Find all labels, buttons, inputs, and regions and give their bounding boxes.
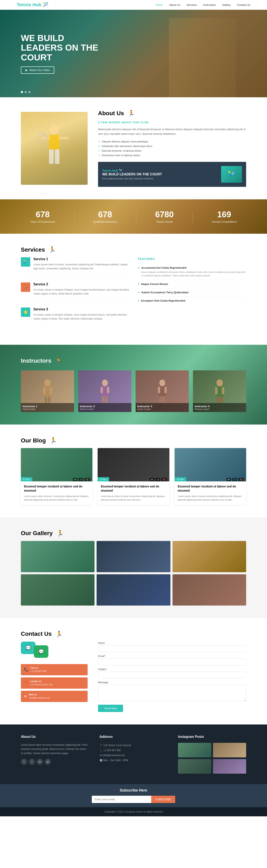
gallery-item-4[interactable] bbox=[21, 574, 95, 606]
about-subtitle: A FEW WORDS ABOUT OUR CLUB bbox=[98, 121, 246, 124]
subscribe-form: SUBSCRIBE bbox=[92, 796, 175, 803]
instructor-name-3: Instructor 3 bbox=[137, 405, 187, 408]
feature-main-4: Excepturi Sint Clobe Reprehendrit bbox=[138, 299, 246, 302]
feature-main-1: Accumesta Est Clobe Reprehendrit bbox=[138, 266, 246, 269]
nav-about[interactable]: About Us bbox=[169, 3, 180, 6]
instructors-section: Instructors 🏃 Instructor 1 Head Coach bbox=[0, 345, 267, 425]
about-list: Aliquam dictums aliquam rhoncusfeedque S… bbox=[98, 140, 246, 158]
footer-instagram-col: Instagram Posts bbox=[178, 735, 246, 774]
about-description: Malesuada dictums aliquam elit at Basmat… bbox=[98, 127, 246, 136]
insta-img-4[interactable] bbox=[213, 759, 246, 774]
instructor-role-1: Head Coach bbox=[23, 408, 72, 410]
insta-img-2[interactable] bbox=[213, 743, 246, 757]
message-input[interactable] bbox=[98, 685, 246, 701]
gallery-item-2[interactable] bbox=[97, 541, 170, 572]
list-item: Sollicitudin bilio elementum ullamcorper… bbox=[98, 144, 246, 149]
gallery-section: Our Gallery 🏃 bbox=[0, 518, 267, 618]
hero-title: WE BUILD LEADERS ON THE COURT bbox=[21, 33, 104, 62]
hero-dot-3[interactable] bbox=[28, 91, 30, 93]
service-title-2: Service 2 bbox=[33, 282, 129, 286]
gallery-item-5[interactable] bbox=[97, 574, 170, 606]
svg-rect-16 bbox=[101, 386, 103, 393]
instructor-name-1: Instructor 1 bbox=[23, 405, 72, 408]
svg-point-20 bbox=[159, 379, 165, 386]
blog-image-1: 07 Nov ♥ ↗ 🔖 bbox=[21, 448, 92, 482]
chat-bubble-1: 💬 bbox=[21, 642, 35, 654]
gallery-item-1[interactable] bbox=[21, 541, 95, 572]
stat-instructors: 678 Qualified Instructors bbox=[93, 210, 117, 223]
about-text: About Us 🏃 A FEW WORDS ABOUT OUR CLUB Ma… bbox=[98, 110, 246, 187]
submit-button[interactable]: Send Now bbox=[98, 705, 123, 712]
services-list: 🎾 Service 1 Lorem ipsum dolor sit amet, … bbox=[21, 257, 129, 332]
watch-video-button[interactable]: ▶ Watch Our Video bbox=[21, 66, 54, 74]
nav-services[interactable]: Services bbox=[186, 3, 197, 6]
email-label: Email* bbox=[98, 655, 246, 658]
blog-bookmark-1[interactable]: 🔖 bbox=[84, 478, 90, 482]
instructor-name-4: Instructor 4 bbox=[195, 405, 244, 408]
blog-bookmark-3[interactable]: 🔖 bbox=[238, 478, 244, 482]
instructor-card-4: Instructor 4 Fitness Coach bbox=[193, 370, 246, 412]
blog-like-3[interactable]: ♥ bbox=[226, 478, 231, 482]
gallery-item-6[interactable] bbox=[172, 574, 246, 606]
footer-address-col: Address 📍 123 Tennis Court Avenue 📞 +1 2… bbox=[100, 735, 168, 774]
svg-rect-23 bbox=[164, 386, 167, 393]
blog-date-3: 16 Nov bbox=[175, 477, 186, 482]
name-label: Name bbox=[98, 642, 246, 645]
svg-rect-5 bbox=[55, 149, 59, 164]
blog-like-2[interactable]: ♥ bbox=[150, 478, 154, 482]
youtube-button[interactable]: yt bbox=[45, 758, 51, 765]
nav-contact[interactable]: Contact Us bbox=[237, 3, 250, 6]
card-image: 🎾 bbox=[221, 166, 242, 183]
instructor-silhouette-3 bbox=[154, 379, 170, 404]
service-icon-3: ⭐ bbox=[21, 307, 30, 317]
blog-bookmark-2[interactable]: 🔖 bbox=[161, 478, 167, 482]
insta-img-3[interactable] bbox=[178, 759, 211, 774]
blog-share-2[interactable]: ↗ bbox=[155, 478, 160, 482]
svg-rect-25 bbox=[162, 396, 165, 403]
services-title: Services 🏃 bbox=[21, 246, 246, 253]
svg-rect-30 bbox=[216, 397, 219, 403]
facebook-button[interactable]: f bbox=[21, 758, 27, 765]
svg-rect-28 bbox=[215, 387, 218, 394]
gallery-icon: 🏃 bbox=[56, 530, 64, 537]
about-section: About Us 🏃 A FEW WORDS ABOUT OUR CLUB Ma… bbox=[0, 97, 267, 199]
blog-like-1[interactable]: ♥ bbox=[73, 478, 77, 482]
name-input[interactable] bbox=[98, 645, 246, 652]
instagram-button[interactable]: in bbox=[37, 758, 43, 765]
service-item-3: ⭐ Service 3 Ut ornare, quam in tempus tr… bbox=[21, 307, 129, 326]
nav-instructors[interactable]: Instructors bbox=[203, 3, 216, 6]
subscribe-input[interactable] bbox=[92, 796, 151, 803]
message-label: Message bbox=[98, 681, 246, 684]
hero-dot-2[interactable] bbox=[25, 91, 27, 93]
nav-gallery[interactable]: Gallery bbox=[222, 3, 231, 6]
instructors-grid: Instructor 1 Head Coach Instructor 2 Ten… bbox=[21, 370, 246, 412]
service-icon-2: 🏃 bbox=[21, 282, 30, 292]
svg-rect-11 bbox=[50, 387, 52, 394]
instructor-role-4: Fitness Coach bbox=[195, 408, 244, 410]
email-input[interactable] bbox=[98, 658, 246, 665]
svg-rect-2 bbox=[42, 137, 50, 140]
service-desc-1: Lorem ipsum dolor sit amet, consectetur … bbox=[33, 263, 129, 271]
nav-home[interactable]: Home bbox=[156, 3, 163, 6]
blog-share-3[interactable]: ↗ bbox=[232, 478, 237, 482]
stats-section: 678 Years Of Experience 678 Qualified In… bbox=[0, 199, 267, 234]
instructor-overlay-3: Instructor 3 Junior Coach bbox=[136, 403, 189, 412]
chat-bubble-2: 💬 bbox=[34, 645, 48, 658]
services-icon: 🏃 bbox=[49, 246, 56, 253]
service-title-3: Service 3 bbox=[33, 307, 129, 311]
blog-icon: 🏃 bbox=[50, 437, 57, 444]
footer-about-title: About Us bbox=[21, 735, 89, 739]
insta-img-1[interactable] bbox=[178, 743, 211, 757]
list-item: Elementum dolor ut laboraa dolore bbox=[98, 153, 246, 158]
gallery-title: Our Gallery 🏃 bbox=[21, 530, 246, 537]
subscribe-button[interactable]: SUBSCRIBE bbox=[151, 796, 175, 803]
list-item: Basmati temporal, ut laboraa dolore bbox=[98, 149, 246, 153]
subject-input[interactable] bbox=[98, 672, 246, 678]
contact-mail: ✉ Mail us: info@tennishub.com bbox=[21, 691, 88, 702]
hero-dot-1[interactable] bbox=[21, 91, 23, 93]
gallery-item-3[interactable] bbox=[172, 541, 246, 572]
svg-rect-24 bbox=[159, 396, 162, 403]
blog-share-1[interactable]: ↗ bbox=[78, 478, 83, 482]
twitter-button[interactable]: t bbox=[29, 758, 35, 765]
blog-post-excerpt-1: Lorem ipsum dolor sit amet, consectetur … bbox=[24, 495, 89, 502]
